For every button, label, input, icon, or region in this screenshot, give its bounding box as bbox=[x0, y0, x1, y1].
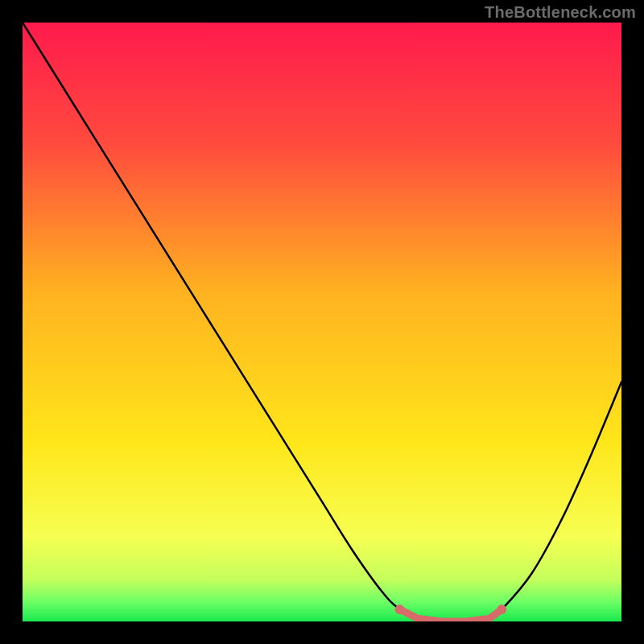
gradient-rect bbox=[23, 23, 621, 621]
watermark-text: TheBottleneck.com bbox=[485, 3, 636, 22]
sweet-spot-start-dot bbox=[395, 605, 405, 614]
plot-area bbox=[23, 23, 621, 621]
sweet-spot-end-dot bbox=[497, 605, 506, 614]
chart-container: TheBottleneck.com bbox=[0, 0, 644, 644]
plot-svg bbox=[23, 23, 621, 621]
